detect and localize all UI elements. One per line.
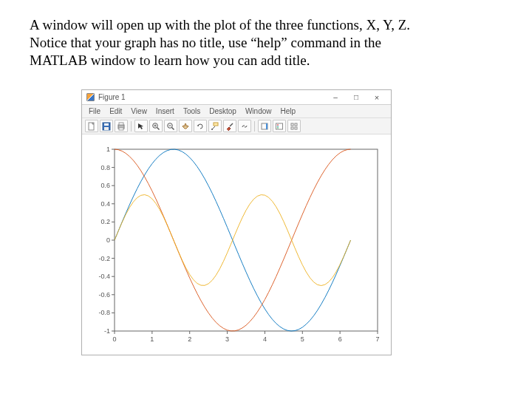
- svg-line-8: [157, 127, 160, 129]
- zoom-in-icon[interactable]: [149, 120, 163, 132]
- x-tick-label: 3: [225, 335, 229, 343]
- menu-item-view[interactable]: View: [127, 106, 151, 116]
- x-tick-label: 7: [375, 335, 379, 343]
- grid-icon[interactable]: [287, 120, 301, 132]
- svg-line-12: [172, 127, 174, 129]
- maximize-button[interactable]: □: [347, 92, 366, 103]
- svg-rect-5: [119, 123, 123, 125]
- y-tick-label: 0.6: [100, 182, 110, 189]
- y-tick-label: 1: [106, 146, 110, 153]
- x-tick-label: 4: [263, 335, 267, 343]
- svg-rect-3: [104, 127, 109, 130]
- axes-container: -1-0.8-0.6-0.4-0.200.20.40.60.8101234567: [82, 134, 391, 355]
- menu-item-file[interactable]: File: [85, 106, 104, 116]
- instruction-text: A window will open up with the plot of t…: [30, 16, 502, 69]
- menu-item-tools[interactable]: Tools: [180, 106, 204, 116]
- svg-rect-24: [291, 123, 293, 126]
- y-tick-label: 0: [106, 236, 110, 244]
- instruction-line1: A window will open up with the plot of t…: [30, 17, 410, 33]
- y-tick-label: 0.2: [100, 219, 110, 226]
- zoom-out-icon[interactable]: [164, 120, 177, 132]
- menu-item-insert[interactable]: Insert: [152, 106, 178, 116]
- y-tick-label: -0.6: [98, 291, 110, 299]
- menu-item-help[interactable]: Help: [277, 106, 300, 116]
- svg-rect-25: [295, 123, 297, 126]
- matlab-figure-icon: [86, 93, 95, 101]
- y-tick-label: -1: [104, 327, 110, 335]
- minimize-button[interactable]: –: [326, 92, 345, 103]
- svg-point-16: [211, 129, 213, 130]
- y-tick-label: 0.8: [100, 164, 110, 171]
- figure-window: Figure 1 – □ × FileEditViewInsertToolsDe…: [81, 89, 392, 355]
- y-tick-label: 0.4: [100, 200, 110, 208]
- instruction-line2: Notice that your graph has no title, use…: [30, 35, 381, 50]
- svg-rect-27: [295, 127, 297, 129]
- x-tick-label: 6: [338, 335, 342, 343]
- arrow-icon[interactable]: [134, 120, 148, 132]
- svg-rect-2: [104, 123, 109, 126]
- svg-rect-20: [276, 123, 283, 129]
- axes-box: [115, 149, 378, 331]
- x-tick-label: 0: [112, 335, 116, 343]
- y-tick-label: -0.2: [98, 255, 110, 262]
- window-title: Figure 1: [98, 93, 126, 101]
- pan-icon[interactable]: [179, 120, 192, 132]
- save-icon[interactable]: [100, 120, 113, 132]
- close-button[interactable]: ×: [367, 92, 386, 103]
- legend-icon[interactable]: [273, 120, 286, 132]
- svg-rect-19: [266, 123, 267, 129]
- svg-rect-14: [214, 123, 218, 126]
- link-icon[interactable]: [238, 120, 251, 132]
- y-tick-label: -0.8: [98, 310, 110, 317]
- rotate-icon[interactable]: [194, 120, 207, 132]
- x-tick-label: 2: [188, 335, 191, 343]
- svg-rect-6: [119, 128, 123, 130]
- toolbar-separator: [254, 121, 255, 132]
- menu-bar: FileEditViewInsertToolsDesktopWindowHelp: [82, 105, 391, 118]
- colorbar-icon[interactable]: [258, 120, 271, 132]
- svg-rect-26: [291, 127, 293, 129]
- menu-item-desktop[interactable]: Desktop: [205, 106, 240, 116]
- instruction-line3: MATLAB window to learn how you can add t…: [30, 52, 310, 68]
- new-icon[interactable]: [85, 120, 98, 132]
- x-tick-label: 5: [301, 335, 304, 343]
- svg-line-17: [230, 123, 233, 126]
- title-bar[interactable]: Figure 1 – □ ×: [82, 90, 391, 105]
- x-tick-label: 1: [150, 335, 154, 343]
- data-cursor-icon[interactable]: [208, 120, 222, 132]
- toolbar: [82, 118, 391, 134]
- menu-item-edit[interactable]: Edit: [106, 106, 126, 116]
- toolbar-separator: [131, 121, 132, 132]
- brush-icon[interactable]: [223, 120, 236, 132]
- menu-item-window[interactable]: Window: [242, 106, 276, 116]
- print-icon[interactable]: [115, 120, 128, 132]
- axes[interactable]: -1-0.8-0.6-0.4-0.200.20.40.60.8101234567: [89, 140, 383, 347]
- y-tick-label: -0.4: [98, 273, 110, 280]
